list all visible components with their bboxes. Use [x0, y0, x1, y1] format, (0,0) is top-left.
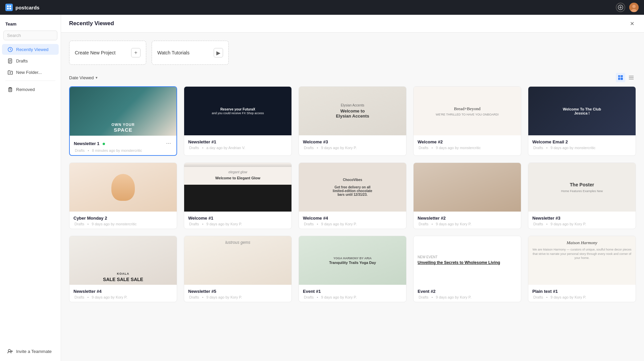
project-time: 9 days ago by Kory P. — [321, 295, 357, 299]
sidebar-item-invite-teammate-label: Invite a Teammate — [16, 349, 52, 354]
sidebar-search[interactable]: Search — [3, 31, 57, 40]
sidebar-item-new-folder[interactable]: New Folder... — [2, 67, 59, 78]
project-card[interactable]: Bread+BeyondWE'RE THRILLED TO HAVE YOU O… — [413, 86, 521, 156]
project-time: 9 days ago by Kory P. — [92, 295, 127, 299]
bullet-separator: • — [431, 295, 433, 299]
project-meta: Drafts • 9 days ago by Kory P. — [303, 295, 402, 299]
project-meta: Drafts • a day ago by Andrian V. — [188, 146, 287, 150]
project-card[interactable]: KOALASALE SALE SALE Newsletter #4 Drafts… — [69, 236, 177, 302]
project-card[interactable]: Reserve your FuturaXand you could receiv… — [184, 86, 292, 156]
project-name-row: Welcome #3 — [303, 139, 402, 145]
projects-grid: OWN YOURSPACE Newsletter 1 ··· Drafts • … — [61, 86, 644, 310]
project-meta: Drafts • 9 days ago by monstercritic — [73, 222, 173, 226]
grid-view-button[interactable] — [616, 73, 625, 82]
project-info: Newsletter #5 Drafts • 9 days ago by Kor… — [184, 285, 291, 302]
project-meta: Drafts • 9 days ago by Kory P. — [418, 295, 517, 299]
project-name-row: Event #1 — [303, 288, 402, 294]
date-filter[interactable]: Date Viewed ▾ — [69, 75, 98, 80]
project-meta: Drafts • 9 days ago by Kory P. — [303, 146, 402, 150]
project-time: 9 days ago by Kory P. — [206, 295, 242, 299]
project-name-row: Welcome Email 2 — [532, 139, 632, 145]
global-add-button[interactable] — [616, 3, 625, 12]
project-name: Newsletter 1 — [74, 140, 105, 146]
sidebar: Team Search Recently Viewed — [0, 15, 61, 361]
svg-rect-2 — [7, 8, 9, 9]
project-name: Event #1 — [303, 288, 321, 294]
project-meta: Drafts • 9 days ago by Kory P. — [418, 222, 517, 226]
clock-icon — [7, 47, 13, 52]
project-card[interactable]: Cyber Monday 2 Drafts • 9 days ago by mo… — [69, 163, 177, 229]
sidebar-item-recently-viewed[interactable]: Recently Viewed — [2, 44, 59, 55]
project-thumbnail — [69, 163, 177, 212]
project-card[interactable]: Elysian AccentsWelcome toElysian Accents… — [299, 86, 407, 156]
project-folder: Drafts — [533, 146, 543, 150]
logo-icon — [5, 4, 13, 11]
create-project-icon: + — [131, 48, 141, 57]
project-thumbnail: Welcome To The ClubJessica ! — [528, 87, 636, 135]
watch-tutorials-card[interactable]: Watch Tutorials ▶ — [152, 41, 229, 65]
project-time: a day ago by Andrian V. — [206, 146, 245, 150]
project-thumbnail: ChocoVibesGet free delivery on alllimite… — [299, 163, 406, 212]
filter-label: Date Viewed — [69, 75, 94, 80]
project-card[interactable]: elegant glowWelcome to Elegant Glow Welc… — [184, 163, 292, 229]
create-new-project-card[interactable]: Create New Project + — [69, 41, 146, 65]
project-name-row: Event #2 — [418, 288, 517, 294]
more-options-button[interactable]: ··· — [165, 139, 172, 147]
sidebar-item-invite-teammate[interactable]: Invite a Teammate — [2, 346, 59, 357]
list-view-button[interactable] — [627, 73, 636, 82]
project-info: Welcome #1 Drafts • 9 days ago by Kory P… — [184, 212, 291, 229]
project-info: Newsletter #3 Drafts • 9 days ago by Kor… — [528, 212, 636, 229]
svg-rect-25 — [618, 78, 620, 80]
user-avatar[interactable] — [629, 3, 639, 12]
project-info: Event #2 Drafts • 9 days ago by Kory P. — [414, 285, 521, 302]
project-thumbnail: lustrous gems — [184, 236, 291, 285]
sidebar-item-drafts[interactable]: Drafts — [2, 55, 59, 66]
sidebar-item-recently-viewed-label: Recently Viewed — [16, 47, 49, 52]
project-card[interactable]: Maison HarmonyWe are Maison Harmony — cu… — [528, 236, 636, 302]
project-card[interactable]: Welcome To The ClubJessica ! Welcome Ema… — [528, 86, 636, 156]
view-toggle — [616, 73, 636, 82]
topbar-right — [616, 3, 639, 12]
app-name: postcards — [15, 5, 40, 10]
project-name-row: Newsletter #5 — [188, 288, 287, 294]
bullet-separator: • — [317, 222, 318, 226]
project-meta: Drafts • 9 days ago by Kory P. — [188, 295, 287, 299]
content-header: Recently Viewed ✕ — [61, 15, 644, 33]
project-name: Welcome #4 — [303, 215, 328, 221]
project-thumbnail: Maison HarmonyWe are Maison Harmony — cu… — [528, 236, 636, 285]
project-thumbnail: KOALASALE SALE SALE — [69, 236, 177, 285]
project-name: Welcome #2 — [418, 139, 443, 145]
project-folder: Drafts — [304, 146, 314, 150]
action-cards: Create New Project + Watch Tutorials ▶ — [61, 33, 644, 70]
project-folder: Drafts — [533, 222, 543, 226]
project-card[interactable]: NEW EVENTUnveiling the Secrets to Wholes… — [413, 236, 521, 302]
project-name: Welcome #1 — [188, 215, 213, 221]
project-name-row: Newsletter #4 — [73, 288, 173, 294]
project-thumbnail: elegant glowWelcome to Elegant Glow — [184, 163, 291, 212]
project-card[interactable]: Newsletter #2 Drafts • 9 days ago by Kor… — [413, 163, 521, 229]
bullet-separator: • — [87, 295, 89, 299]
project-info: Welcome #2 Drafts • 9 days ago by monste… — [414, 135, 521, 152]
project-info: Plain text #1 Drafts • 9 days ago by Kor… — [528, 285, 636, 302]
project-card[interactable]: The PosterHome Features Examples New New… — [528, 163, 636, 229]
project-name-row: Welcome #1 — [188, 215, 287, 221]
project-card[interactable]: lustrous gems Newsletter #5 Drafts • 9 d… — [184, 236, 292, 302]
page-title: Recently Viewed — [69, 20, 114, 27]
bullet-separator: • — [317, 295, 318, 299]
project-name: Newsletter #2 — [418, 215, 446, 221]
bullet-separator: • — [202, 295, 203, 299]
project-meta: Drafts • 9 days ago by monstercritic — [532, 146, 632, 150]
bullet-separator: • — [87, 222, 89, 226]
project-name-row: Welcome #2 — [418, 139, 517, 145]
project-card[interactable]: OWN YOURSPACE Newsletter 1 ··· Drafts • … — [69, 86, 177, 156]
close-button[interactable]: ✕ — [628, 19, 636, 28]
project-folder: Drafts — [189, 146, 199, 150]
project-meta: Drafts • 9 days ago by Kory P. — [73, 295, 173, 299]
bullet-separator: • — [202, 146, 203, 150]
search-placeholder: Search — [7, 33, 21, 38]
project-thumbnail: Bread+BeyondWE'RE THRILLED TO HAVE YOU O… — [414, 87, 521, 135]
project-card[interactable]: YOGA HARMONY BY ARIATranquility Trails Y… — [299, 236, 407, 302]
sidebar-item-removed[interactable]: Removed — [2, 84, 59, 95]
project-card[interactable]: ChocoVibesGet free delivery on alllimite… — [299, 163, 407, 229]
project-info: Newsletter #2 Drafts • 9 days ago by Kor… — [414, 212, 521, 229]
